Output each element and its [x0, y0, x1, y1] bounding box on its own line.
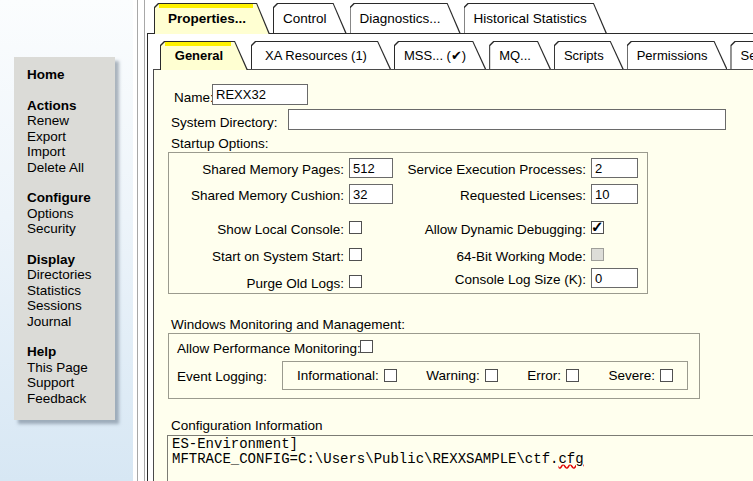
- config-misspelled-word: cfg: [558, 451, 583, 467]
- tab-general-label: General: [175, 48, 223, 63]
- event-logging-label: Event Logging:: [177, 369, 267, 384]
- sidebar-header-help: Help: [27, 344, 113, 360]
- sidebar-item-support[interactable]: Support: [27, 375, 113, 391]
- start-on-system-start-checkbox[interactable]: [349, 248, 362, 261]
- tab-permissions[interactable]: Permissions: [627, 41, 728, 69]
- properties-tab-bar: General XA Resources (1) MSS... (✔) MQ..…: [160, 41, 753, 70]
- tab-permissions-label: Permissions: [637, 48, 708, 63]
- allow-performance-monitoring-label: Allow Performance Monitoring:: [177, 341, 361, 356]
- show-local-console-label: Show Local Console:: [168, 222, 344, 237]
- sidebar-header-display: Display: [27, 252, 113, 268]
- event-logging-box: Informational: Warning: Error: Severe:: [282, 361, 688, 390]
- tab-scripts[interactable]: Scripts: [554, 41, 624, 69]
- name-label: Name:: [174, 90, 214, 105]
- service-execution-processes-input[interactable]: [591, 158, 638, 178]
- tab-xa-resources-label: XA Resources (1): [265, 48, 367, 63]
- sidebar-item-this-page[interactable]: This Page: [27, 360, 113, 376]
- show-local-console-checkbox[interactable]: [349, 221, 362, 234]
- event-level-severe: Severe:: [608, 368, 673, 383]
- configuration-information-textarea[interactable]: ES-Environment] MFTRACE_CONFIG=C:\Users\…: [167, 435, 753, 481]
- sidebar-item-feedback[interactable]: Feedback: [27, 391, 113, 407]
- tab-diagnostics[interactable]: Diagnostics...: [350, 3, 461, 33]
- sidebar-header-actions: Actions: [27, 98, 113, 114]
- 64-bit-working-mode-label: 64-Bit Working Mode:: [392, 249, 586, 264]
- sidebar-item-journal[interactable]: Journal: [27, 314, 113, 330]
- tab-properties[interactable]: Properties...: [154, 3, 270, 34]
- sidebar: Home Actions Renew Export Import Delete …: [14, 57, 115, 420]
- tab-diagnostics-label: Diagnostics...: [360, 11, 441, 26]
- error-checkbox[interactable]: [566, 369, 579, 382]
- tab-mq[interactable]: MQ...: [489, 41, 551, 69]
- console-log-size-label: Console Log Size (K):: [392, 272, 586, 287]
- sidebar-item-import[interactable]: Import: [27, 144, 113, 160]
- tab-general[interactable]: General: [160, 41, 248, 70]
- tab-control-label: Control: [283, 11, 327, 26]
- sidebar-item-home[interactable]: Home: [27, 67, 113, 83]
- informational-label: Informational:: [297, 368, 379, 383]
- allow-dynamic-debugging-label: Allow Dynamic Debugging:: [392, 222, 586, 237]
- tab-scripts-label: Scripts: [564, 48, 604, 63]
- tab-mq-label: MQ...: [499, 48, 531, 63]
- severe-label: Severe:: [608, 368, 655, 383]
- shared-memory-cushion-input[interactable]: [349, 184, 393, 204]
- purge-old-logs-checkbox[interactable]: [349, 275, 362, 288]
- requested-licenses-label: Requested Licenses:: [392, 188, 586, 203]
- service-execution-processes-label: Service Execution Processes:: [392, 162, 586, 177]
- tab-control[interactable]: Control: [273, 3, 347, 33]
- informational-checkbox[interactable]: [384, 369, 397, 382]
- severe-checkbox[interactable]: [660, 369, 673, 382]
- warning-label: Warning:: [426, 368, 480, 383]
- start-on-system-start-label: Start on System Start:: [168, 249, 344, 264]
- config-line: MFTRACE_CONFIG=C:\Users\Public\REXXSAMPL…: [172, 452, 753, 467]
- event-level-error: Error:: [527, 368, 579, 383]
- requested-licenses-input[interactable]: [591, 184, 638, 204]
- sidebar-item-directories[interactable]: Directories: [27, 267, 113, 283]
- warning-checkbox[interactable]: [485, 369, 498, 382]
- selected-tab-highlight: [165, 42, 231, 46]
- sidebar-item-options[interactable]: Options: [27, 206, 113, 222]
- tab-security[interactable]: Security: [730, 41, 753, 69]
- configuration-information-label: Configuration Information: [171, 418, 323, 433]
- page: Home Actions Renew Export Import Delete …: [0, 0, 753, 481]
- sidebar-item-sessions[interactable]: Sessions: [27, 298, 113, 314]
- config-line-text: MFTRACE_CONFIG=C:\Users\Public\REXXSAMPL…: [172, 451, 558, 467]
- tab-historical-statistics[interactable]: Historical Statistics: [464, 3, 607, 33]
- error-label: Error:: [527, 368, 561, 383]
- tab-mss[interactable]: MSS... (✔): [394, 41, 486, 69]
- windows-monitoring-label: Windows Monitoring and Management:: [171, 317, 405, 332]
- config-line: ES-Environment]: [172, 437, 753, 452]
- tab-historical-statistics-label: Historical Statistics: [474, 11, 587, 26]
- startup-options-label: Startup Options:: [171, 136, 269, 151]
- tab-mss-label: MSS... (✔): [404, 48, 466, 63]
- shared-memory-cushion-label: Shared Memory Cushion:: [168, 188, 344, 203]
- name-input[interactable]: [212, 84, 308, 105]
- tab-properties-label: Properties...: [168, 11, 246, 26]
- selected-tab-highlight: [159, 4, 253, 8]
- sidebar-item-export[interactable]: Export: [27, 129, 113, 145]
- sidebar-item-delete-all[interactable]: Delete All: [27, 160, 113, 176]
- allow-dynamic-debugging-checkbox[interactable]: [591, 221, 604, 234]
- frame-divider-line: [137, 0, 138, 481]
- frame-divider-line: [144, 0, 145, 481]
- event-level-informational: Informational:: [297, 368, 397, 383]
- event-level-warning: Warning:: [426, 368, 498, 383]
- primary-tab-bar: Properties... Control Diagnostics... His…: [154, 3, 610, 34]
- sidebar-item-security[interactable]: Security: [27, 221, 113, 237]
- system-directory-label: System Directory:: [171, 115, 278, 130]
- system-directory-input[interactable]: [288, 109, 726, 130]
- shared-memory-pages-label: Shared Memory Pages:: [168, 162, 344, 177]
- shared-memory-pages-input[interactable]: [349, 158, 393, 178]
- purge-old-logs-label: Purge Old Logs:: [168, 276, 344, 291]
- tab-security-label: Security: [740, 48, 753, 63]
- allow-performance-monitoring-checkbox[interactable]: [360, 340, 373, 353]
- console-log-size-input[interactable]: [591, 268, 638, 288]
- sidebar-item-statistics[interactable]: Statistics: [27, 283, 113, 299]
- sidebar-header-configure: Configure: [27, 190, 113, 206]
- sidebar-item-renew[interactable]: Renew: [27, 113, 113, 129]
- tab-xa-resources[interactable]: XA Resources (1): [251, 41, 391, 69]
- 64-bit-working-mode-checkbox: [591, 248, 604, 261]
